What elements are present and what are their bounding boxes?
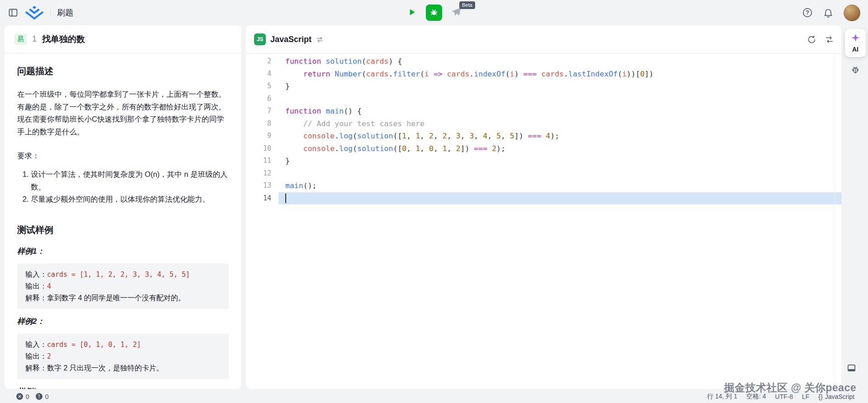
sample-row-label: 输入：: [25, 341, 47, 348]
line-number: 7: [246, 105, 278, 118]
sample-row-label: 输入：: [25, 270, 47, 278]
code-line[interactable]: 14: [246, 192, 841, 205]
line-number: 13: [246, 180, 278, 192]
sidebar-toggle-icon[interactable]: [8, 7, 19, 18]
editor-scrollbar[interactable]: [835, 54, 835, 389]
code-text[interactable]: return Number(cards.filter(i => cards.in…: [278, 68, 841, 81]
notifications-bell-icon[interactable]: [823, 7, 834, 18]
line-number: 8: [246, 118, 278, 130]
sample-block: 输入：cards = [0, 1, 0, 1, 2]输出：2解释：数字 2 只出…: [17, 334, 229, 379]
beta-badge: Beta: [459, 1, 475, 9]
sample-row: 输入：cards = [1, 1, 2, 2, 3, 3, 4, 5, 5]: [25, 269, 221, 280]
code-text[interactable]: [278, 192, 841, 205]
help-icon[interactable]: ?: [802, 7, 813, 18]
sample-text: 数字 2 只出现一次，是独特的卡片。: [47, 364, 164, 372]
code-text[interactable]: console.log(solution([0, 1, 0, 1, 2]) ==…: [278, 142, 841, 155]
bottom-panel-toggle-icon[interactable]: [846, 363, 857, 375]
errors-icon[interactable]: ✕: [16, 393, 23, 400]
clipped-sample-label: 样例3：: [17, 386, 229, 389]
requirement-item: 设计一个算法，使其时间复杂度为 O(n)，其中 n 是班级的人数。: [31, 168, 229, 193]
code-text[interactable]: [278, 167, 841, 180]
code-line[interactable]: 6: [246, 93, 841, 105]
warnings-icon[interactable]: !: [36, 393, 42, 400]
code-text[interactable]: main();: [278, 180, 841, 192]
sample-label: 样例2：: [17, 316, 229, 327]
sample-row: 输入：cards = [0, 1, 0, 1, 2]: [25, 339, 221, 351]
topbar-divider: [50, 9, 51, 17]
editor-panel: JS JavaScript: [246, 25, 841, 389]
debug-bug-icon: [429, 8, 439, 18]
line-number: 11: [246, 155, 278, 167]
watermark: 掘金技术社区 @ 关你peace: [724, 381, 856, 395]
ai-sparkle-icon: [851, 33, 860, 44]
sample-code: 4: [47, 282, 51, 290]
problem-panel: 易 1 找单独的数 问题描述 在一个班级中，每位同学都拿到了一张卡片，上面有一个…: [5, 25, 241, 389]
topbar-right: ?: [802, 5, 860, 21]
samples-container: 样例1：输入：cards = [1, 1, 2, 2, 3, 3, 4, 5, …: [17, 246, 229, 379]
language-switch-icon[interactable]: [316, 36, 324, 43]
sample-row-label: 解释：: [25, 364, 47, 372]
app: 刷题: [0, 0, 868, 403]
sample-block: 输入：cards = [1, 1, 2, 2, 3, 3, 4, 5, 5]输出…: [17, 264, 229, 309]
topbar-left: 刷题: [8, 5, 73, 20]
line-number: 12: [246, 167, 278, 180]
line-number: 4: [246, 68, 278, 81]
sample-label: 样例1：: [17, 246, 229, 256]
problem-title: 找单独的数: [42, 33, 85, 45]
feedback-bug-icon[interactable]: [850, 65, 860, 76]
code-text[interactable]: function solution(cards) {: [278, 55, 841, 68]
line-number: 9: [246, 130, 278, 142]
difficulty-badge: 易: [14, 33, 27, 45]
submit-wrap: Beta: [448, 5, 464, 21]
problem-header: 易 1 找单独的数: [5, 25, 241, 53]
code-line[interactable]: 4 return Number(cards.filter(i => cards.…: [246, 68, 841, 81]
line-number: 10: [246, 142, 278, 155]
editor-header: JS JavaScript: [246, 25, 841, 54]
code-line[interactable]: 13main();: [246, 180, 841, 192]
problem-body: 问题描述 在一个班级中，每位同学都拿到了一张卡片，上面有一个整数。有趣的是，除了…: [5, 53, 241, 389]
code-line[interactable]: 9 console.log(solution([1, 1, 2, 2, 3, 3…: [246, 130, 841, 142]
code-text[interactable]: }: [278, 155, 841, 167]
code-text[interactable]: }: [278, 80, 841, 93]
code-line[interactable]: 5}: [246, 80, 841, 93]
code-text[interactable]: [278, 93, 841, 105]
requirements-label: 要求：: [17, 150, 229, 162]
code-text[interactable]: console.log(solution([1, 1, 2, 2, 3, 3, …: [278, 130, 841, 142]
sample-row-label: 输出：: [25, 282, 47, 290]
debug-run-button[interactable]: [426, 5, 442, 21]
code-line[interactable]: 8 // Add your test cases here: [246, 118, 841, 130]
run-controls: Beta: [404, 0, 464, 25]
line-number: 6: [246, 93, 278, 105]
svg-text:?: ?: [806, 9, 809, 16]
samples-heading: 测试样例: [17, 224, 229, 236]
requirement-item: 尽量减少额外空间的使用，以体现你的算法优化能力。: [31, 193, 229, 206]
sample-row-label: 解释：: [25, 294, 47, 302]
juejin-logo[interactable]: [25, 5, 44, 20]
sample-row: 输出：4: [25, 280, 221, 292]
line-number: 5: [246, 80, 278, 93]
sample-code: cards = [0, 1, 0, 1, 2]: [47, 341, 141, 349]
code-line[interactable]: 11}: [246, 155, 841, 167]
code-line[interactable]: 12: [246, 167, 841, 180]
description-heading: 问题描述: [17, 65, 229, 77]
code-line[interactable]: 7function main() {: [246, 105, 841, 118]
reset-refresh-icon[interactable]: [807, 35, 816, 44]
text-cursor: [285, 194, 286, 203]
play-icon: [407, 8, 416, 18]
ai-assistant-button[interactable]: AI: [845, 29, 866, 57]
run-button[interactable]: [404, 5, 420, 21]
requirements-list: 设计一个算法，使其时间复杂度为 O(n)，其中 n 是班级的人数。尽量减少额外空…: [17, 168, 229, 206]
nav-problems[interactable]: 刷题: [57, 7, 73, 18]
user-avatar[interactable]: [844, 5, 860, 21]
warning-count: 0: [45, 393, 49, 400]
sample-row-label: 输出：: [25, 352, 47, 360]
diff-compare-icon[interactable]: [825, 35, 834, 44]
code-editor[interactable]: 2function solution(cards) {4 return Numb…: [246, 54, 841, 204]
code-line[interactable]: 10 console.log(solution([0, 1, 0, 1, 2])…: [246, 142, 841, 155]
error-count: 0: [26, 393, 29, 400]
language-label: JavaScript: [270, 35, 311, 44]
sample-row: 解释：数字 2 只出现一次，是独特的卡片。: [25, 362, 221, 374]
code-text[interactable]: // Add your test cases here: [278, 118, 841, 130]
code-line[interactable]: 2function solution(cards) {: [246, 55, 841, 68]
code-text[interactable]: function main() {: [278, 105, 841, 118]
